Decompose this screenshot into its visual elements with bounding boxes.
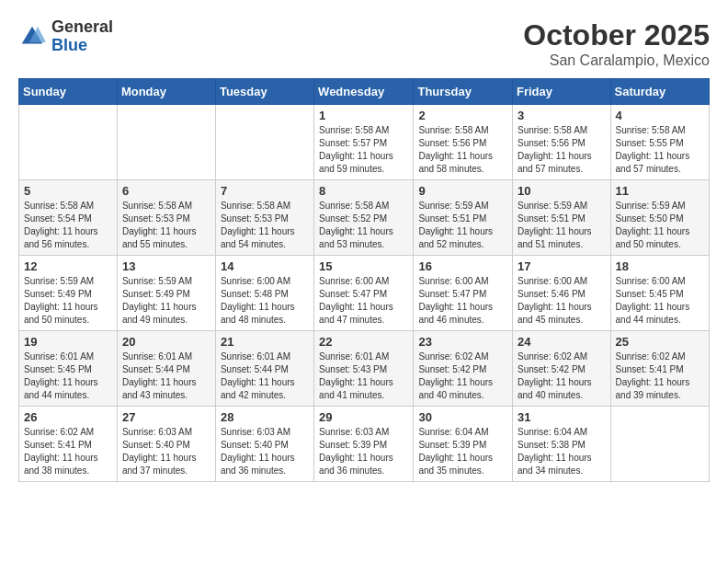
day-number: 19 [24,335,112,349]
day-number: 27 [122,410,210,424]
calendar-cell: 5Sunrise: 5:58 AM Sunset: 5:54 PM Daylig… [19,180,118,256]
day-info: Sunrise: 6:04 AM Sunset: 5:39 PM Dayligh… [418,426,507,477]
calendar-cell: 3Sunrise: 5:58 AM Sunset: 5:56 PM Daylig… [513,105,611,180]
day-info: Sunrise: 5:59 AM Sunset: 5:51 PM Dayligh… [518,200,606,251]
day-info: Sunrise: 5:59 AM Sunset: 5:50 PM Dayligh… [616,200,704,251]
day-info: Sunrise: 5:58 AM Sunset: 5:55 PM Dayligh… [616,124,704,176]
calendar-cell: 30Sunrise: 6:04 AM Sunset: 5:39 PM Dayli… [414,407,513,482]
day-info: Sunrise: 6:03 AM Sunset: 5:39 PM Dayligh… [319,426,408,477]
calendar-cell: 9Sunrise: 5:59 AM Sunset: 5:51 PM Daylig… [414,180,513,256]
day-info: Sunrise: 5:58 AM Sunset: 5:56 PM Dayligh… [418,124,507,176]
day-number: 30 [418,410,507,424]
day-info: Sunrise: 6:02 AM Sunset: 5:42 PM Dayligh… [518,350,606,402]
day-number: 13 [122,259,210,273]
day-info: Sunrise: 6:02 AM Sunset: 5:41 PM Dayligh… [616,350,704,402]
calendar-cell: 12Sunrise: 5:59 AM Sunset: 5:49 PM Dayli… [19,256,118,331]
calendar-cell [215,105,313,180]
calendar-week-1: 1Sunrise: 5:58 AM Sunset: 5:57 PM Daylig… [19,105,710,180]
calendar-cell: 2Sunrise: 5:58 AM Sunset: 5:56 PM Daylig… [414,105,513,180]
calendar-cell: 15Sunrise: 6:00 AM Sunset: 5:47 PM Dayli… [314,256,414,331]
calendar-cell: 28Sunrise: 6:03 AM Sunset: 5:40 PM Dayli… [215,407,313,482]
calendar-cell: 4Sunrise: 5:58 AM Sunset: 5:55 PM Daylig… [610,105,709,180]
weekday-header-saturday: Saturday [610,79,709,105]
day-number: 8 [319,184,408,198]
day-number: 4 [616,109,704,122]
calendar-cell: 7Sunrise: 5:58 AM Sunset: 5:53 PM Daylig… [215,180,313,256]
day-number: 2 [418,109,507,122]
calendar-cell: 29Sunrise: 6:03 AM Sunset: 5:39 PM Dayli… [314,407,414,482]
calendar-week-2: 5Sunrise: 5:58 AM Sunset: 5:54 PM Daylig… [19,180,710,256]
calendar-week-3: 12Sunrise: 5:59 AM Sunset: 5:49 PM Dayli… [19,256,710,331]
calendar-cell: 18Sunrise: 6:00 AM Sunset: 5:45 PM Dayli… [610,256,709,331]
day-info: Sunrise: 6:01 AM Sunset: 5:44 PM Dayligh… [122,350,210,402]
day-info: Sunrise: 5:58 AM Sunset: 5:52 PM Dayligh… [319,200,408,251]
calendar-cell [19,105,118,180]
day-number: 24 [518,335,606,349]
day-info: Sunrise: 6:00 AM Sunset: 5:48 PM Dayligh… [221,275,309,327]
day-number: 9 [418,184,507,198]
day-number: 11 [616,184,704,198]
logo-icon [18,23,46,51]
day-info: Sunrise: 5:59 AM Sunset: 5:51 PM Dayligh… [418,200,507,251]
weekday-header-friday: Friday [513,79,611,105]
day-info: Sunrise: 6:02 AM Sunset: 5:41 PM Dayligh… [24,426,112,477]
calendar-week-4: 19Sunrise: 6:01 AM Sunset: 5:45 PM Dayli… [19,331,710,407]
day-number: 10 [518,184,606,198]
day-info: Sunrise: 6:00 AM Sunset: 5:47 PM Dayligh… [418,275,507,327]
calendar-cell: 31Sunrise: 6:04 AM Sunset: 5:38 PM Dayli… [513,407,611,482]
day-info: Sunrise: 5:58 AM Sunset: 5:54 PM Dayligh… [24,200,112,251]
day-number: 15 [319,259,408,273]
day-number: 14 [221,259,309,273]
calendar-cell: 21Sunrise: 6:01 AM Sunset: 5:44 PM Dayli… [215,331,313,407]
day-number: 17 [518,259,606,273]
weekday-header-monday: Monday [117,79,215,105]
day-number: 29 [319,410,408,424]
day-number: 7 [221,184,309,198]
day-number: 21 [221,335,309,349]
day-number: 28 [221,410,309,424]
day-number: 25 [616,335,704,349]
calendar-cell: 23Sunrise: 6:02 AM Sunset: 5:42 PM Dayli… [414,331,513,407]
day-number: 5 [24,184,112,198]
calendar-cell: 13Sunrise: 5:59 AM Sunset: 5:49 PM Dayli… [117,256,215,331]
location: San Caralampio, Mexico [523,52,710,69]
calendar-week-5: 26Sunrise: 6:02 AM Sunset: 5:41 PM Dayli… [19,407,710,482]
day-number: 12 [24,259,112,273]
day-info: Sunrise: 6:03 AM Sunset: 5:40 PM Dayligh… [122,426,210,477]
day-info: Sunrise: 5:58 AM Sunset: 5:57 PM Dayligh… [319,124,408,176]
weekday-header-row: SundayMondayTuesdayWednesdayThursdayFrid… [19,79,710,105]
day-info: Sunrise: 6:01 AM Sunset: 5:45 PM Dayligh… [24,350,112,402]
logo: General Blue [18,18,113,55]
day-info: Sunrise: 6:00 AM Sunset: 5:45 PM Dayligh… [616,275,704,327]
calendar-cell [117,105,215,180]
calendar-cell: 6Sunrise: 5:58 AM Sunset: 5:53 PM Daylig… [117,180,215,256]
day-number: 6 [122,184,210,198]
day-number: 3 [518,109,606,122]
calendar-cell [610,407,709,482]
day-number: 31 [518,410,606,424]
calendar-cell: 14Sunrise: 6:00 AM Sunset: 5:48 PM Dayli… [215,256,313,331]
day-number: 22 [319,335,408,349]
calendar-cell: 10Sunrise: 5:59 AM Sunset: 5:51 PM Dayli… [513,180,611,256]
month-title: October 2025 [523,18,710,52]
day-info: Sunrise: 6:00 AM Sunset: 5:46 PM Dayligh… [518,275,606,327]
calendar-cell: 1Sunrise: 5:58 AM Sunset: 5:57 PM Daylig… [314,105,414,180]
day-info: Sunrise: 6:00 AM Sunset: 5:47 PM Dayligh… [319,275,408,327]
day-number: 26 [24,410,112,424]
calendar-cell: 17Sunrise: 6:00 AM Sunset: 5:46 PM Dayli… [513,256,611,331]
day-number: 18 [616,259,704,273]
day-info: Sunrise: 6:03 AM Sunset: 5:40 PM Dayligh… [221,426,309,477]
title-block: October 2025 San Caralampio, Mexico [523,18,710,69]
weekday-header-tuesday: Tuesday [215,79,313,105]
calendar-cell: 26Sunrise: 6:02 AM Sunset: 5:41 PM Dayli… [19,407,118,482]
day-number: 16 [418,259,507,273]
day-info: Sunrise: 5:59 AM Sunset: 5:49 PM Dayligh… [24,275,112,327]
calendar-cell: 8Sunrise: 5:58 AM Sunset: 5:52 PM Daylig… [314,180,414,256]
day-info: Sunrise: 6:01 AM Sunset: 5:43 PM Dayligh… [319,350,408,402]
day-number: 20 [122,335,210,349]
day-info: Sunrise: 6:04 AM Sunset: 5:38 PM Dayligh… [518,426,606,477]
weekday-header-wednesday: Wednesday [314,79,414,105]
calendar-cell: 11Sunrise: 5:59 AM Sunset: 5:50 PM Dayli… [610,180,709,256]
calendar-cell: 22Sunrise: 6:01 AM Sunset: 5:43 PM Dayli… [314,331,414,407]
weekday-header-sunday: Sunday [19,79,118,105]
